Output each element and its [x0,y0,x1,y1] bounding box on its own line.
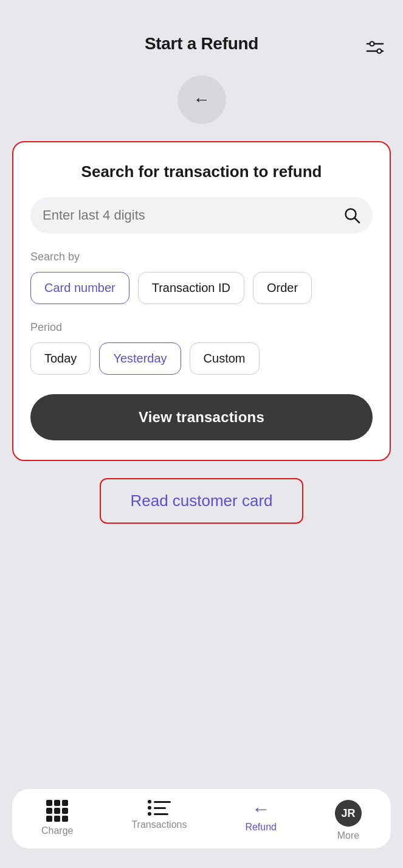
card-title: Search for transaction to refund [30,162,373,182]
svg-line-5 [355,218,360,223]
grid-icon [46,800,68,822]
period-label: Period [30,321,373,334]
nav-label-refund: Refund [245,822,277,833]
settings-button[interactable] [362,34,388,61]
header: Start a Refund [0,0,403,63]
search-submit-button[interactable] [343,207,360,224]
back-button[interactable]: ← [177,75,226,124]
period-filter-row: Today Yesterday Custom [30,342,373,375]
settings-icon [366,38,384,57]
page-title: Start a Refund [145,34,258,54]
svg-point-2 [370,42,374,46]
arrow-left-icon: ← [252,800,270,818]
phone-container: Start a Refund ← Search for transaction … [0,0,403,868]
nav-item-more[interactable]: JR More [325,800,371,841]
nav-label-charge: Charge [41,825,73,836]
filter-btn-transaction-id[interactable]: Transaction ID [138,272,244,304]
search-icon [343,207,360,224]
nav-item-charge[interactable]: Charge [32,800,83,836]
bottom-navigation: Charge Transactions ← Refund JR More [12,789,391,849]
filter-btn-order[interactable]: Order [253,272,312,304]
avatar: JR [335,800,362,827]
search-input[interactable] [43,207,343,223]
nav-label-more: More [337,830,359,841]
nav-label-transactions: Transactions [131,819,187,830]
read-customer-card-button[interactable]: Read customer card [100,478,303,524]
back-arrow-icon: ← [193,91,210,108]
back-button-wrapper: ← [0,63,403,141]
svg-point-3 [377,49,382,54]
nav-item-refund[interactable]: ← Refund [235,800,286,833]
search-input-wrapper [30,197,373,234]
period-btn-today[interactable]: Today [30,342,91,375]
nav-item-transactions[interactable]: Transactions [122,800,196,830]
search-by-filter-row: Card number Transaction ID Order [30,272,373,304]
view-transactions-button[interactable]: View transactions [30,394,373,440]
lines-icon [148,800,171,816]
period-btn-custom[interactable]: Custom [190,342,260,375]
main-search-card: Search for transaction to refund Search … [12,141,391,461]
read-card-wrapper: Read customer card [12,478,391,524]
period-btn-yesterday[interactable]: Yesterday [99,342,181,375]
filter-btn-card-number[interactable]: Card number [30,272,129,304]
search-by-label: Search by [30,251,373,263]
